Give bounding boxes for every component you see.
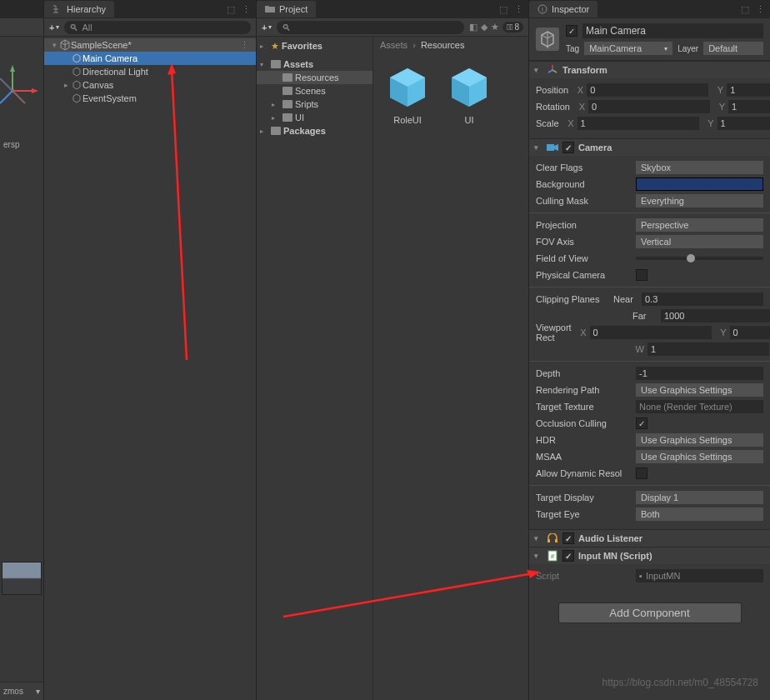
folder-sripts[interactable]: ▸ Sripts xyxy=(257,98,372,111)
lock-icon[interactable]: ⬚ xyxy=(499,4,508,15)
rotation-y-input[interactable] xyxy=(728,100,770,113)
prefab-icon xyxy=(447,65,492,110)
rotation-x-input[interactable] xyxy=(588,100,710,113)
filter-by-type-icon[interactable]: ◧ xyxy=(469,22,478,32)
layer-dropdown[interactable]: Default xyxy=(703,42,763,55)
star-icon: ★ xyxy=(271,41,279,52)
gameobject-icon xyxy=(71,52,82,64)
fov-axis-dropdown[interactable]: Vertical xyxy=(636,235,763,248)
packages-folder[interactable]: ▸ Packages xyxy=(257,124,372,138)
lock-icon[interactable]: ⬚ xyxy=(741,4,749,15)
camera-enabled-checkbox[interactable] xyxy=(562,142,574,153)
scale-y-input[interactable] xyxy=(718,117,770,130)
hidden-count-badge[interactable]: 👁̸ 8 xyxy=(502,22,523,32)
project-tab[interactable]: Project xyxy=(257,1,316,18)
hierarchy-item-eventsystem[interactable]: EventSystem xyxy=(44,92,256,105)
rendering-path-dropdown[interactable]: Use Graphics Settings xyxy=(636,383,763,397)
breadcrumb[interactable]: Assets › Resources xyxy=(373,37,528,53)
foldout-icon[interactable]: ▸ xyxy=(260,42,268,50)
foldout-icon[interactable]: ▾ xyxy=(534,552,542,560)
msaa-dropdown[interactable]: Use Graphics Settings xyxy=(636,450,763,463)
headphones-icon xyxy=(547,532,558,544)
background-color-field[interactable] xyxy=(636,178,763,191)
asset-prefab-ui[interactable]: UI xyxy=(447,65,492,125)
svg-marker-4 xyxy=(32,88,38,93)
vp-x-input[interactable] xyxy=(590,326,712,339)
perspective-label: ersp xyxy=(0,137,43,152)
foldout-icon[interactable]: ▾ xyxy=(534,534,542,542)
chevron-down-icon: ▾ xyxy=(664,45,668,52)
save-filter-icon[interactable]: ★ xyxy=(491,22,499,32)
foldout-icon[interactable]: ▸ xyxy=(272,114,280,122)
near-clip-input[interactable] xyxy=(642,292,763,306)
scale-x-input[interactable] xyxy=(578,117,699,130)
hierarchy-item-canvas[interactable]: ▸ Canvas xyxy=(44,78,256,92)
foldout-icon[interactable]: ▸ xyxy=(260,128,268,135)
hierarchy-tab[interactable]: Hierarchy xyxy=(44,1,114,18)
panel-menu-icon[interactable]: ⋮ xyxy=(514,4,523,15)
gameobject-active-checkbox[interactable] xyxy=(566,25,578,37)
folder-icon xyxy=(282,73,292,82)
hierarchy-item-directional-light[interactable]: Directional Light xyxy=(44,65,256,78)
projection-dropdown[interactable]: Perspective xyxy=(636,218,763,232)
hierarchy-search[interactable]: 🔍︎ All xyxy=(64,21,251,34)
scene-menu-icon[interactable]: ⋮ xyxy=(240,40,252,51)
slider-thumb[interactable] xyxy=(687,254,695,262)
position-x-input[interactable] xyxy=(587,83,708,97)
panel-menu-icon[interactable]: ⋮ xyxy=(756,4,765,15)
folder-scenes[interactable]: Scenes xyxy=(257,84,372,98)
asset-prefab-roleui[interactable]: RoleUI xyxy=(385,65,430,125)
depth-input[interactable] xyxy=(636,367,763,380)
audio-enabled-checkbox[interactable] xyxy=(562,532,574,544)
hdr-dropdown[interactable]: Use Graphics Settings xyxy=(636,433,763,447)
scene-row[interactable]: ▾ SampleScene* ⋮ xyxy=(44,38,256,52)
favorites-folder[interactable]: ▸ ★ Favorites xyxy=(257,39,372,52)
vp-w-input[interactable] xyxy=(648,342,769,356)
occlusion-culling-checkbox[interactable] xyxy=(636,418,648,429)
hierarchy-item-main-camera[interactable]: Main Camera xyxy=(44,52,256,65)
fov-slider[interactable] xyxy=(636,257,763,260)
far-clip-input[interactable] xyxy=(661,309,770,322)
script-file-icon: ▪ xyxy=(639,571,642,581)
svg-text:i: i xyxy=(542,6,543,13)
filter-by-label-icon[interactable]: ◆ xyxy=(481,22,488,32)
panel-menu-icon[interactable]: ⋮ xyxy=(242,4,251,15)
gameobject-name-input[interactable] xyxy=(582,23,763,38)
culling-mask-dropdown[interactable]: Everything xyxy=(636,194,763,208)
folder-resources[interactable]: Resources xyxy=(257,71,372,84)
position-y-input[interactable] xyxy=(727,83,770,97)
transform-icon xyxy=(547,64,558,76)
search-icon: 🔍︎ xyxy=(69,22,78,32)
lock-icon[interactable]: ⬚ xyxy=(227,4,235,15)
transform-header[interactable]: ▾ Transform xyxy=(529,62,770,78)
add-component-button[interactable]: Add Component xyxy=(558,602,742,623)
target-texture-field[interactable]: None (Render Texture) xyxy=(636,400,763,413)
target-display-dropdown[interactable]: Display 1 xyxy=(636,491,763,504)
camera-header[interactable]: ▾ Camera xyxy=(529,139,770,156)
foldout-icon[interactable]: ▾ xyxy=(260,61,268,68)
foldout-icon[interactable]: ▸ xyxy=(61,81,71,89)
clear-flags-dropdown[interactable]: Skybox xyxy=(636,161,763,174)
create-button[interactable]: +▾ xyxy=(49,22,59,32)
foldout-icon[interactable]: ▸ xyxy=(272,101,280,108)
hierarchy-icon xyxy=(52,4,62,14)
tag-dropdown[interactable]: MainCamera▾ xyxy=(584,42,672,55)
physical-camera-checkbox[interactable] xyxy=(636,269,648,281)
foldout-icon[interactable]: ▾ xyxy=(534,143,542,152)
gameobject-icon xyxy=(71,66,82,78)
folder-ui[interactable]: ▸ UI xyxy=(257,111,372,124)
target-eye-dropdown[interactable]: Both xyxy=(636,508,763,521)
script-enabled-checkbox[interactable] xyxy=(562,550,574,562)
scene-footer: zmos ▾ xyxy=(0,682,43,700)
gameobject-icon[interactable] xyxy=(536,28,559,51)
inspector-tab[interactable]: i Inspector xyxy=(529,1,598,18)
script-header[interactable]: ▾ # Input MN (Script) xyxy=(529,548,770,564)
dynamic-resolution-checkbox[interactable] xyxy=(636,468,648,479)
assets-folder[interactable]: ▾ Assets xyxy=(257,58,372,71)
audio-listener-header[interactable]: ▾ Audio Listener xyxy=(529,530,770,547)
foldout-icon[interactable]: ▾ xyxy=(49,41,59,49)
vp-y-input[interactable] xyxy=(730,326,770,339)
foldout-icon[interactable]: ▾ xyxy=(534,66,542,74)
project-search[interactable]: 🔍︎ xyxy=(277,21,464,34)
create-button[interactable]: +▾ xyxy=(262,22,272,32)
